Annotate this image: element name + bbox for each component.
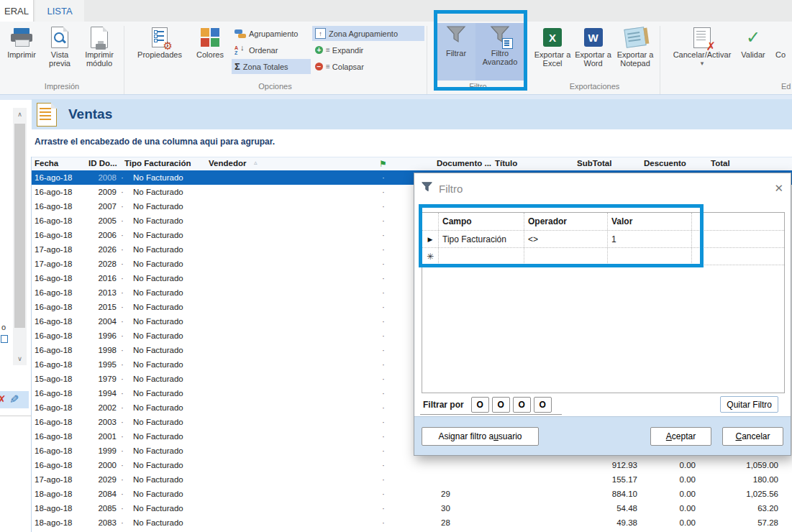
tab-general[interactable]: ERAL — [0, 0, 34, 22]
asignar-label-post: suario — [499, 431, 522, 441]
flag-column-dot: · — [382, 487, 385, 501]
imprimir-button[interactable]: Imprimir — [1, 24, 42, 78]
cell-tipo-facturacion: No Facturado — [133, 515, 183, 530]
table-row[interactable]: 18-ago-182084·No Facturado·29884.100.001… — [32, 487, 792, 501]
table-row[interactable]: 16-ago-182000·No Facturado·912.930.001,0… — [32, 458, 792, 472]
cell-fecha: 16-ago-18 — [35, 170, 72, 185]
flag-column-icon[interactable]: ⚑ — [379, 159, 387, 169]
flag-column-dot: · — [382, 415, 385, 429]
tab-lista[interactable]: LISTA — [35, 0, 84, 22]
cell-fecha: 17-ago-18 — [35, 242, 72, 257]
cell-subtotal: 54.48 — [535, 501, 637, 515]
scrollbar-up-arrow[interactable]: ∧ — [13, 108, 27, 121]
validar-button[interactable]: ✓ Validar — [737, 24, 770, 78]
cancelar-activar-button[interactable]: ✗ Cancelar/Activar ▾ — [668, 24, 737, 78]
dropdown-arrow-icon[interactable]: ▾ — [701, 60, 704, 67]
exportar-notepad-button[interactable]: Exportar a Notepad — [613, 24, 657, 78]
exportar-word-button[interactable]: W Exportar a Word — [573, 24, 613, 78]
cell-id-documento: 2026 — [85, 242, 117, 257]
criteria-valor-cell[interactable]: 1 — [608, 231, 692, 247]
column-header-total[interactable]: Total — [711, 159, 730, 168]
agrupamiento-button[interactable]: Agrupamiento — [232, 26, 301, 41]
column-header-subtotal[interactable]: SubTotal — [577, 159, 611, 168]
flag-column-dot: · — [382, 444, 385, 458]
aceptar-button[interactable]: Aceptar — [650, 427, 711, 446]
delete-x-icon[interactable]: ✗ — [0, 393, 6, 406]
cancelar-button[interactable]: Cancelar — [722, 427, 783, 446]
or-condition-button[interactable]: O — [492, 397, 510, 413]
column-header-id[interactable]: ID Do... — [88, 159, 117, 168]
table-row[interactable]: 18-ago-182083·No Facturado·2849.380.0057… — [32, 515, 792, 530]
column-header-tipo[interactable]: Tipo Facturación — [124, 159, 191, 168]
zona-totales-button[interactable]: Σ Zona Totales — [232, 59, 311, 74]
cell-tipo-facturacion: No Facturado — [133, 501, 183, 515]
cell-fecha: 17-ago-18 — [35, 472, 72, 487]
dialog-title-bar[interactable]: Filtro ✕ — [414, 173, 791, 203]
aceptar-label-post: ceptar — [672, 431, 696, 441]
cell-tipo-facturacion: No Facturado — [133, 285, 183, 300]
group-label-opciones: Opciones — [124, 82, 427, 91]
ribbon: Imprimir Vista previa Imprimir módulo Im… — [0, 22, 792, 94]
imprimir-modulo-button[interactable]: Imprimir módulo — [78, 24, 121, 78]
flag-column-dot: · — [382, 472, 385, 487]
or-condition-button[interactable]: O — [471, 397, 489, 413]
flag-column-dot: · — [382, 386, 385, 400]
ordenar-button[interactable]: AZ↓ Ordenar — [232, 42, 281, 58]
colores-button[interactable]: Colores — [190, 24, 230, 78]
co-button-cut[interactable]: Co — [775, 24, 792, 78]
column-header-titulo[interactable]: Título — [495, 159, 517, 168]
criteria-operador-cell[interactable]: <> — [524, 231, 608, 247]
properties-icon: ⚙ — [152, 27, 168, 47]
zona-agrupamiento-button[interactable]: ↑ Zona Agrupamiento — [312, 26, 424, 41]
column-header-documento[interactable]: Documento ... — [437, 159, 491, 168]
column-header-descuento[interactable]: Descuento — [644, 159, 686, 168]
vertical-scrollbar[interactable]: ∧ ∨ — [13, 108, 27, 365]
or-condition-button[interactable]: O — [513, 397, 531, 413]
separator-dot: · — [121, 257, 124, 271]
quitar-filtro-button[interactable]: Quitar Filtro — [720, 396, 778, 413]
cell-tipo-facturacion: No Facturado — [133, 343, 183, 357]
propiedades-button[interactable]: ⚙ Propiedades — [129, 24, 190, 78]
criteria-empty-cell — [692, 231, 784, 247]
exportar-excel-button[interactable]: X Exportar a Excel — [532, 24, 573, 78]
vista-previa-button[interactable]: Vista previa — [42, 24, 78, 78]
filtrar-por-tab[interactable]: Filtrar por OOOO — [420, 395, 562, 415]
close-icon[interactable]: ✕ — [774, 182, 783, 195]
pencil-icon[interactable]: ✎ — [9, 393, 19, 406]
cell-documento: 28 — [441, 515, 450, 530]
colapsar-button[interactable]: − ≡ Colapsar — [312, 59, 367, 74]
or-condition-button[interactable]: O — [534, 397, 552, 413]
scrollbar-down-arrow[interactable]: ∨ — [13, 352, 27, 365]
column-header-vendedor[interactable]: Vendedor — [209, 159, 246, 168]
new-operador-cell[interactable] — [524, 248, 608, 265]
cell-tipo-facturacion: No Facturado — [133, 372, 183, 386]
zona-agrupamiento-label: Zona Agrupamiento — [329, 29, 398, 38]
cell-tipo-facturacion: No Facturado — [133, 199, 183, 214]
table-row[interactable]: 18-ago-182085·No Facturado·3054.480.0063… — [32, 501, 792, 515]
filtro-avanzado-button[interactable]: Filtro Avanzado — [475, 23, 524, 81]
criteria-row[interactable]: ▶ Tipo Facturación <> 1 — [422, 231, 784, 248]
cell-fecha: 16-ago-18 — [35, 386, 72, 400]
cell-fecha: 16-ago-18 — [35, 329, 72, 343]
cell-tipo-facturacion: No Facturado — [133, 170, 183, 185]
scrollbar-thumb[interactable] — [14, 124, 25, 328]
new-campo-cell[interactable] — [439, 248, 524, 265]
co-label: Co — [775, 50, 786, 59]
expandir-button[interactable]: + ≡ Expandir — [312, 42, 366, 58]
aceptar-label-underline: A — [666, 431, 672, 441]
table-row[interactable]: 17-ago-182029·No Facturado·155.170.00180… — [32, 472, 792, 487]
left-panel-fragment-icon — [1, 335, 8, 343]
cell-descuento: 0.00 — [640, 515, 696, 530]
cell-tipo-facturacion: No Facturado — [133, 400, 183, 415]
filter-criteria-grid: Campo Operador Valor ▶ Tipo Facturación … — [422, 212, 785, 393]
cell-fecha: 16-ago-18 — [35, 458, 72, 472]
criteria-campo-cell[interactable]: Tipo Facturación — [439, 231, 524, 247]
column-header-fecha[interactable]: Fecha — [35, 159, 58, 168]
separator-dot: · — [121, 444, 124, 458]
validar-label: Validar — [741, 50, 765, 59]
filtrar-button[interactable]: Filtrar — [437, 23, 475, 81]
new-criteria-row[interactable]: ✳ — [422, 248, 784, 265]
new-valor-cell[interactable] — [608, 248, 692, 265]
cell-subtotal: 912.93 — [535, 458, 637, 472]
asignar-filtro-button[interactable]: Asignar filtro a usuario — [422, 427, 539, 446]
